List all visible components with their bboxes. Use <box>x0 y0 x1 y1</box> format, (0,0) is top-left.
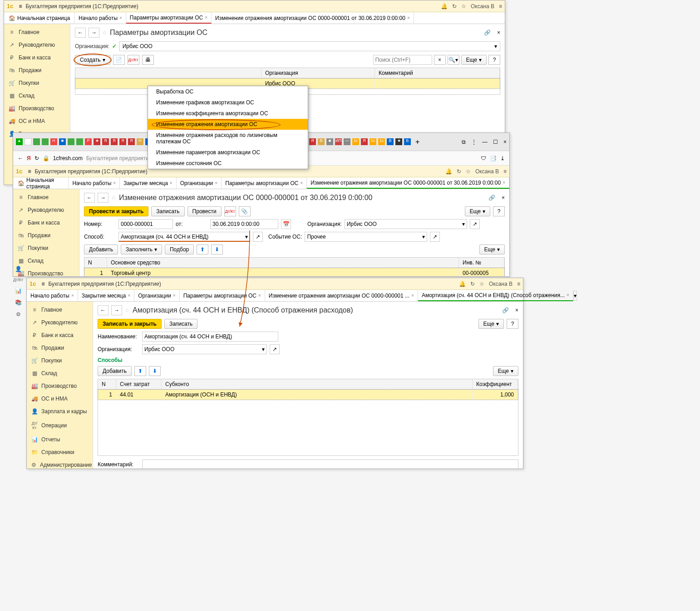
history-icon[interactable]: ↻ <box>457 168 461 175</box>
download-icon[interactable]: ⤓ <box>500 155 505 161</box>
col-inv[interactable]: Инв. № <box>459 258 504 268</box>
rail-user-icon[interactable]: 👤 <box>13 263 24 275</box>
close-page-icon[interactable]: × <box>497 29 500 36</box>
more-button[interactable]: Еще ▾ <box>478 319 504 329</box>
bell-icon[interactable]: 🔔 <box>459 281 466 287</box>
tab[interactable]: Параметры амортизации ОС× <box>180 290 265 301</box>
tab-change[interactable]: Изменение отражения амортизации ОС 0000-… <box>212 12 414 24</box>
sidebar-item-sales[interactable]: 🛍Продажи <box>27 342 93 354</box>
tab-home[interactable]: 🏠Начальная страница <box>13 177 69 189</box>
sidebar-item-admin[interactable]: ⚙Администрирование <box>27 459 93 469</box>
sidebar-item-bank[interactable]: ₽Банк и касса <box>27 329 93 342</box>
link-icon[interactable]: 🔗 <box>488 195 495 201</box>
name-input[interactable]: Амортизация (сч. 44 ОСН и ЕНВД) <box>142 332 278 342</box>
col-n[interactable]: N <box>98 379 116 389</box>
star-icon[interactable]: ☆ <box>466 168 471 175</box>
sidebar-item-manager[interactable]: ↗Руководителю <box>13 204 79 216</box>
sidebar-item-manager[interactable]: ↗Руководителю <box>27 316 93 329</box>
method-input[interactable]: Амортизация (сч. 44 ОСН и ЕНВД)▾ <box>118 232 250 242</box>
minimize-icon[interactable]: — <box>482 139 488 145</box>
write-button[interactable]: Записать <box>151 206 184 216</box>
tab[interactable]: Изменение отражения амортизации ОС 0000-… <box>265 290 418 301</box>
dd-item[interactable]: Выработка ОС <box>148 86 308 97</box>
dd-item[interactable]: Изменение коэффициента амортизации ОС <box>148 108 308 119</box>
more-button[interactable]: Еще ▾ <box>461 55 487 65</box>
favorite-icon[interactable]: ☆ <box>125 307 130 313</box>
clear-search[interactable]: × <box>434 55 446 65</box>
add-button[interactable]: Добавить <box>98 366 132 376</box>
window-menu-icon[interactable]: ⋮ <box>471 139 477 145</box>
check-icon[interactable]: ✓ <box>112 43 117 49</box>
rail-folder-icon[interactable]: 📚 <box>13 297 24 308</box>
tab-active[interactable]: Изменение отражения амортизации ОС 0000-… <box>307 177 509 189</box>
forward-button[interactable]: → <box>111 305 122 315</box>
col-org[interactable]: Организация <box>261 68 375 78</box>
window-copy-icon[interactable]: ⧉ <box>462 139 466 145</box>
tab[interactable]: Начало работы× <box>69 177 120 189</box>
tab[interactable]: Закрытие месяца× <box>78 290 135 301</box>
tab-dropdown[interactable]: ▾ <box>573 291 577 301</box>
close-window-icon[interactable]: × <box>503 139 507 145</box>
shield-icon[interactable]: 🛡 <box>481 155 486 161</box>
back-button[interactable]: ← <box>98 305 108 315</box>
sidebar-item-main[interactable]: ≡Главное <box>27 303 93 316</box>
sidebar-item-warehouse[interactable]: ▦Склад <box>4 89 70 102</box>
tab[interactable]: Организации× <box>177 177 222 189</box>
dd-item[interactable]: Изменение параметров амортизации ОС <box>148 147 308 158</box>
print-button[interactable]: 🖶 <box>142 55 154 65</box>
maximize-icon[interactable]: ☐ <box>493 139 498 145</box>
tab[interactable]: Организации× <box>134 290 179 301</box>
post-button[interactable]: Провести <box>187 206 222 216</box>
sidebar-item-sales[interactable]: 🛍Продажи <box>4 64 70 77</box>
attach-icon[interactable]: 📎 <box>239 206 251 216</box>
down-button[interactable]: ⬇ <box>149 366 161 376</box>
sidebar-item-main[interactable]: ≡Главное <box>13 191 79 204</box>
down-button[interactable]: ⬇ <box>211 244 223 254</box>
user-label[interactable]: Оксана В <box>475 168 499 175</box>
open-event-icon[interactable]: ↗ <box>430 232 440 242</box>
sidebar-item-dirs[interactable]: 📁Справочники <box>27 446 93 459</box>
star-icon[interactable]: ☆ <box>479 281 484 287</box>
number-input[interactable]: 0000-000001 <box>118 219 173 229</box>
sidebar-item-production[interactable]: 🏭Производство <box>4 102 70 115</box>
sidebar-item-main[interactable]: ≡Главное <box>4 26 70 39</box>
dd-item[interactable]: Изменение состояния ОС <box>148 158 308 169</box>
sidebar-item-os[interactable]: 🚚ОС и НМА <box>27 392 93 405</box>
sidebar-item-bank[interactable]: ₽Банк и касса <box>13 216 79 229</box>
forward-button[interactable]: → <box>89 28 99 38</box>
user-label[interactable]: Оксана В <box>471 3 494 10</box>
sidebar-item-sales[interactable]: 🛍Продажи <box>13 229 79 242</box>
user-menu-icon[interactable]: ≡ <box>499 3 502 10</box>
sidebar-item-warehouse[interactable]: ▦Склад <box>27 367 93 380</box>
org-input[interactable]: Ирбис ООО▾ <box>142 344 267 354</box>
open-org-icon[interactable]: ↗ <box>270 344 280 354</box>
grid-row[interactable]: 1 44.01 Амортизация (ОСН и ЕНВД) 1,000 <box>98 390 518 400</box>
user-label[interactable]: Оксана В <box>489 281 513 287</box>
close-page-icon[interactable]: × <box>515 307 518 313</box>
event-input[interactable]: Прочее▾ <box>305 232 427 242</box>
dd-item-selected[interactable]: Изменение отражения амортизации ОС <box>148 119 308 130</box>
sidebar-item-salary[interactable]: 👤Зарплата и кадры <box>27 405 93 418</box>
help-button[interactable]: ? <box>507 319 518 329</box>
dtkt-button[interactable]: Дт/Кт <box>128 55 139 65</box>
tab[interactable]: Параметры амортизации ОС× <box>222 177 307 189</box>
link-icon[interactable]: 🔗 <box>484 29 491 36</box>
close-icon[interactable]: × <box>205 15 207 20</box>
org-input[interactable]: Ирбис ООО▾ <box>119 41 500 51</box>
grid-row[interactable]: 1 Торговый центр 00-000005 <box>84 268 504 276</box>
col-coef[interactable]: Коэффициент <box>473 379 518 389</box>
sidebar-item-purchases[interactable]: 🛒Покупки <box>4 77 70 89</box>
col-acc[interactable]: Счет затрат <box>116 379 162 389</box>
bookmark-icon[interactable]: 📑 <box>490 155 497 161</box>
tab-start[interactable]: Начало работы× <box>75 12 126 24</box>
favorite-icon[interactable]: ☆ <box>102 29 107 36</box>
calendar-icon[interactable]: 📅 <box>281 219 291 229</box>
close-icon[interactable]: × <box>407 15 410 20</box>
up-button[interactable]: ⬆ <box>134 366 146 376</box>
sidebar-item-ops[interactable]: Дт/КтОперации <box>27 418 93 433</box>
sidebar-item-os[interactable]: 🚚ОС и НМА <box>4 115 70 127</box>
star-icon[interactable]: ☆ <box>461 3 466 10</box>
create-button[interactable]: Создать ▾ <box>75 55 110 65</box>
back-button[interactable]: ← <box>84 193 95 203</box>
more-button[interactable]: Еще ▾ <box>479 244 505 254</box>
